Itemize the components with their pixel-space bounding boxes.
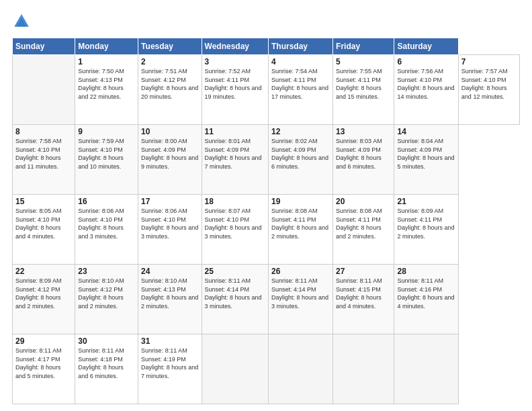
day-info: Sunrise: 8:10 AMSunset: 4:12 PMDaylight:… bbox=[78, 277, 135, 310]
calendar-cell: 26 Sunrise: 8:11 AMSunset: 4:14 PMDaylig… bbox=[268, 265, 332, 334]
header bbox=[12, 12, 520, 31]
day-info: Sunrise: 8:08 AMSunset: 4:11 PMDaylight:… bbox=[336, 207, 391, 240]
calendar-cell: 19 Sunrise: 8:08 AMSunset: 4:11 PMDaylig… bbox=[268, 195, 332, 265]
logo-icon bbox=[12, 12, 31, 31]
calendar-cell bbox=[13, 55, 75, 125]
day-number: 15 bbox=[15, 197, 72, 206]
day-number: 25 bbox=[205, 267, 265, 276]
day-info: Sunrise: 8:11 AMSunset: 4:18 PMDaylight:… bbox=[78, 347, 135, 380]
col-header-tuesday: Tuesday bbox=[138, 38, 202, 55]
day-info: Sunrise: 8:06 AMSunset: 4:10 PMDaylight:… bbox=[141, 207, 198, 240]
calendar-cell: 27 Sunrise: 8:11 AMSunset: 4:15 PMDaylig… bbox=[333, 265, 394, 334]
day-info: Sunrise: 7:58 AMSunset: 4:10 PMDaylight:… bbox=[15, 137, 72, 171]
calendar-cell bbox=[333, 334, 394, 404]
calendar-cell: 28 Sunrise: 8:11 AMSunset: 4:16 PMDaylig… bbox=[394, 265, 458, 334]
calendar-cell: 18 Sunrise: 8:07 AMSunset: 4:10 PMDaylig… bbox=[202, 195, 268, 265]
calendar-week-3: 15 Sunrise: 8:05 AMSunset: 4:10 PMDaylig… bbox=[13, 195, 520, 265]
calendar-week-4: 22 Sunrise: 8:09 AMSunset: 4:12 PMDaylig… bbox=[13, 265, 520, 334]
day-info: Sunrise: 8:11 AMSunset: 4:14 PMDaylight:… bbox=[205, 277, 265, 310]
day-number: 11 bbox=[205, 127, 265, 136]
calendar-cell: 31 Sunrise: 8:11 AMSunset: 4:19 PMDaylig… bbox=[138, 334, 202, 404]
day-number: 14 bbox=[397, 127, 455, 136]
day-info: Sunrise: 8:09 AMSunset: 4:11 PMDaylight:… bbox=[397, 207, 455, 240]
col-header-friday: Friday bbox=[333, 38, 394, 55]
day-info: Sunrise: 8:11 AMSunset: 4:16 PMDaylight:… bbox=[397, 277, 455, 310]
day-number: 18 bbox=[205, 197, 265, 206]
day-number: 23 bbox=[78, 267, 135, 276]
day-number: 1 bbox=[78, 57, 135, 66]
day-info: Sunrise: 8:07 AMSunset: 4:10 PMDaylight:… bbox=[205, 207, 265, 240]
calendar-cell: 13 Sunrise: 8:03 AMSunset: 4:09 PMDaylig… bbox=[333, 125, 394, 195]
day-info: Sunrise: 8:05 AMSunset: 4:10 PMDaylight:… bbox=[15, 207, 72, 240]
day-info: Sunrise: 7:59 AMSunset: 4:10 PMDaylight:… bbox=[78, 137, 135, 171]
day-number: 27 bbox=[336, 267, 391, 276]
day-info: Sunrise: 7:56 AMSunset: 4:10 PMDaylight:… bbox=[397, 67, 455, 101]
calendar-cell: 15 Sunrise: 8:05 AMSunset: 4:10 PMDaylig… bbox=[13, 195, 75, 265]
calendar-cell: 29 Sunrise: 8:11 AMSunset: 4:17 PMDaylig… bbox=[13, 334, 75, 404]
calendar-cell: 10 Sunrise: 8:00 AMSunset: 4:09 PMDaylig… bbox=[138, 125, 202, 195]
day-number: 17 bbox=[141, 197, 198, 206]
day-number: 29 bbox=[15, 336, 72, 346]
day-info: Sunrise: 8:11 AMSunset: 4:17 PMDaylight:… bbox=[15, 347, 72, 380]
day-number: 4 bbox=[271, 57, 330, 66]
calendar-cell: 8 Sunrise: 7:58 AMSunset: 4:10 PMDayligh… bbox=[13, 125, 75, 195]
day-info: Sunrise: 7:52 AMSunset: 4:11 PMDaylight:… bbox=[205, 67, 265, 101]
calendar-cell: 25 Sunrise: 8:11 AMSunset: 4:14 PMDaylig… bbox=[202, 265, 268, 334]
day-number: 9 bbox=[78, 127, 135, 136]
day-number: 28 bbox=[397, 267, 455, 276]
day-number: 2 bbox=[141, 57, 198, 66]
calendar-header-row: SundayMondayTuesdayWednesdayThursdayFrid… bbox=[13, 38, 520, 55]
day-number: 16 bbox=[78, 197, 135, 206]
day-info: Sunrise: 7:50 AMSunset: 4:13 PMDaylight:… bbox=[78, 67, 135, 101]
calendar-week-5: 29 Sunrise: 8:11 AMSunset: 4:17 PMDaylig… bbox=[13, 334, 520, 404]
calendar-week-2: 8 Sunrise: 7:58 AMSunset: 4:10 PMDayligh… bbox=[13, 125, 520, 195]
day-info: Sunrise: 8:03 AMSunset: 4:09 PMDaylight:… bbox=[336, 137, 391, 171]
day-number: 24 bbox=[141, 267, 198, 276]
day-number: 5 bbox=[336, 57, 391, 66]
logo bbox=[12, 12, 34, 31]
day-number: 20 bbox=[336, 197, 391, 206]
calendar-cell: 7 Sunrise: 7:57 AMSunset: 4:10 PMDayligh… bbox=[458, 55, 519, 125]
calendar-cell: 12 Sunrise: 8:02 AMSunset: 4:09 PMDaylig… bbox=[268, 125, 332, 195]
calendar-cell: 11 Sunrise: 8:01 AMSunset: 4:09 PMDaylig… bbox=[202, 125, 268, 195]
day-number: 19 bbox=[271, 197, 330, 206]
day-info: Sunrise: 8:11 AMSunset: 4:15 PMDaylight:… bbox=[336, 277, 391, 310]
calendar-cell: 21 Sunrise: 8:09 AMSunset: 4:11 PMDaylig… bbox=[394, 195, 458, 265]
day-info: Sunrise: 8:11 AMSunset: 4:14 PMDaylight:… bbox=[271, 277, 330, 310]
day-info: Sunrise: 8:09 AMSunset: 4:12 PMDaylight:… bbox=[15, 277, 72, 310]
calendar-cell: 30 Sunrise: 8:11 AMSunset: 4:18 PMDaylig… bbox=[75, 334, 138, 404]
page: SundayMondayTuesdayWednesdayThursdayFrid… bbox=[0, 0, 532, 411]
calendar-cell bbox=[394, 334, 458, 404]
day-number: 21 bbox=[397, 197, 455, 206]
calendar-cell: 17 Sunrise: 8:06 AMSunset: 4:10 PMDaylig… bbox=[138, 195, 202, 265]
day-info: Sunrise: 7:51 AMSunset: 4:12 PMDaylight:… bbox=[141, 67, 198, 101]
calendar-cell bbox=[202, 334, 268, 404]
day-info: Sunrise: 8:08 AMSunset: 4:11 PMDaylight:… bbox=[271, 207, 330, 240]
col-header-thursday: Thursday bbox=[268, 38, 332, 55]
calendar-cell bbox=[268, 334, 332, 404]
day-info: Sunrise: 8:06 AMSunset: 4:10 PMDaylight:… bbox=[78, 207, 135, 240]
day-number: 7 bbox=[461, 57, 517, 66]
day-number: 8 bbox=[15, 127, 72, 136]
calendar-table: SundayMondayTuesdayWednesdayThursdayFrid… bbox=[12, 38, 520, 404]
col-header-saturday: Saturday bbox=[394, 38, 458, 55]
calendar-cell: 14 Sunrise: 8:04 AMSunset: 4:09 PMDaylig… bbox=[394, 125, 458, 195]
col-header-monday: Monday bbox=[75, 38, 138, 55]
calendar-cell: 3 Sunrise: 7:52 AMSunset: 4:11 PMDayligh… bbox=[202, 55, 268, 125]
day-info: Sunrise: 8:01 AMSunset: 4:09 PMDaylight:… bbox=[205, 137, 265, 171]
calendar-cell: 4 Sunrise: 7:54 AMSunset: 4:11 PMDayligh… bbox=[268, 55, 332, 125]
day-info: Sunrise: 7:54 AMSunset: 4:11 PMDaylight:… bbox=[271, 67, 330, 101]
day-info: Sunrise: 7:55 AMSunset: 4:11 PMDaylight:… bbox=[336, 67, 391, 101]
day-number: 31 bbox=[141, 336, 198, 346]
day-number: 6 bbox=[397, 57, 455, 66]
day-info: Sunrise: 8:02 AMSunset: 4:09 PMDaylight:… bbox=[271, 137, 330, 171]
calendar-cell: 16 Sunrise: 8:06 AMSunset: 4:10 PMDaylig… bbox=[75, 195, 138, 265]
day-number: 12 bbox=[271, 127, 330, 136]
calendar-cell: 1 Sunrise: 7:50 AMSunset: 4:13 PMDayligh… bbox=[75, 55, 138, 125]
day-info: Sunrise: 8:11 AMSunset: 4:19 PMDaylight:… bbox=[141, 347, 198, 380]
calendar-week-1: 1 Sunrise: 7:50 AMSunset: 4:13 PMDayligh… bbox=[13, 55, 520, 125]
calendar-cell: 2 Sunrise: 7:51 AMSunset: 4:12 PMDayligh… bbox=[138, 55, 202, 125]
day-info: Sunrise: 8:10 AMSunset: 4:13 PMDaylight:… bbox=[141, 277, 198, 310]
col-header-wednesday: Wednesday bbox=[202, 38, 268, 55]
calendar-cell: 22 Sunrise: 8:09 AMSunset: 4:12 PMDaylig… bbox=[13, 265, 75, 334]
